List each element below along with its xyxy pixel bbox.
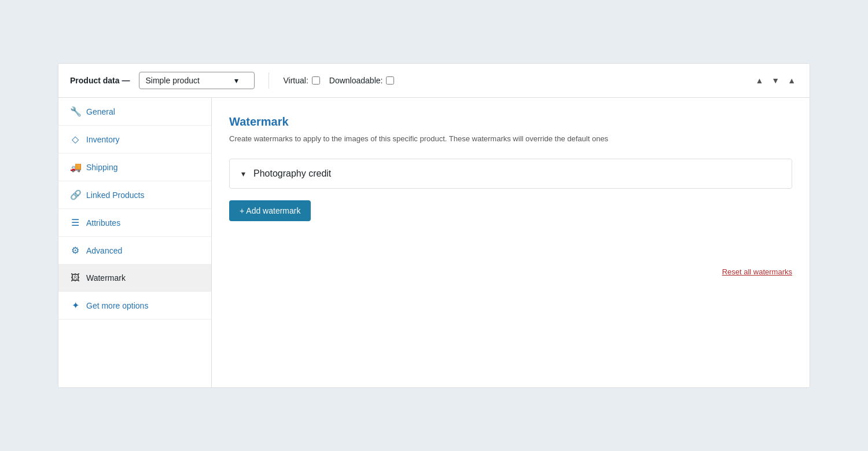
downloadable-checkbox-group: Downloadable: (329, 76, 395, 85)
downloadable-label: Downloadable: (329, 76, 383, 85)
accordion-chevron-icon: ▾ (241, 169, 245, 178)
sidebar-item-get-more-options[interactable]: ✦ Get more options (58, 292, 211, 320)
reset-all-watermarks-button[interactable]: Reset all watermarks (722, 267, 792, 276)
watermark-title: Watermark (229, 115, 792, 129)
collapse-up-button[interactable]: ▲ (753, 75, 766, 86)
sidebar-item-get-more-options-label: Get more options (86, 301, 148, 310)
sidebar-item-advanced[interactable]: ⚙ Advanced (58, 237, 211, 265)
product-data-header: Product data — Simple product ▾ Virtual:… (58, 64, 810, 98)
get-more-options-icon: ✦ (70, 300, 80, 311)
header-divider (269, 72, 269, 89)
product-type-select[interactable]: Simple product ▾ (139, 72, 255, 89)
product-data-label: Product data — (70, 76, 130, 85)
main-content: 🔧 General ◇ Inventory 🚚 Shipping 🔗 Linke… (58, 98, 810, 387)
product-type-value: Simple product (145, 76, 199, 85)
reset-section: Reset all watermarks (229, 256, 792, 276)
virtual-checkbox-group: Virtual: (283, 76, 319, 85)
select-chevron-icon: ▾ (234, 76, 238, 85)
photography-credit-accordion[interactable]: ▾ Photography credit (229, 159, 792, 189)
sidebar-item-general-label: General (86, 107, 115, 116)
shipping-icon: 🚚 (70, 162, 80, 173)
sidebar: 🔧 General ◇ Inventory 🚚 Shipping 🔗 Linke… (58, 98, 212, 387)
linked-products-icon: 🔗 (70, 189, 80, 200)
sidebar-item-watermark-label: Watermark (86, 273, 126, 283)
sidebar-item-inventory-label: Inventory (86, 135, 120, 144)
inventory-icon: ◇ (70, 134, 80, 145)
add-watermark-button[interactable]: + Add watermark (229, 200, 311, 221)
sidebar-item-attributes-label: Attributes (86, 218, 120, 228)
accordion-label: Photography credit (253, 168, 331, 179)
virtual-checkbox[interactable] (312, 76, 320, 85)
sidebar-item-linked-products[interactable]: 🔗 Linked Products (58, 181, 211, 209)
sidebar-item-inventory[interactable]: ◇ Inventory (58, 126, 211, 153)
collapse-down-button[interactable]: ▼ (769, 75, 782, 86)
attributes-icon: ☰ (70, 217, 80, 228)
sidebar-item-linked-products-label: Linked Products (86, 190, 144, 200)
advanced-icon: ⚙ (70, 245, 80, 256)
watermark-description: Create watermarks to apply to the images… (229, 133, 792, 145)
sidebar-item-shipping[interactable]: 🚚 Shipping (58, 153, 211, 181)
sidebar-item-advanced-label: Advanced (86, 246, 122, 255)
sidebar-item-general[interactable]: 🔧 General (58, 98, 211, 126)
accordion-header[interactable]: ▾ Photography credit (230, 159, 792, 188)
virtual-label: Virtual: (283, 76, 308, 85)
sidebar-item-shipping-label: Shipping (86, 163, 118, 172)
header-controls: ▲ ▼ ▲ (753, 75, 798, 86)
watermark-icon: 🖼 (70, 273, 80, 283)
general-icon: 🔧 (70, 106, 80, 117)
right-panel: Watermark Create watermarks to apply to … (212, 98, 810, 387)
expand-button[interactable]: ▲ (785, 75, 798, 86)
product-data-panel: Product data — Simple product ▾ Virtual:… (58, 63, 810, 388)
downloadable-checkbox[interactable] (386, 76, 394, 85)
sidebar-item-attributes[interactable]: ☰ Attributes (58, 209, 211, 237)
sidebar-item-watermark[interactable]: 🖼 Watermark (58, 265, 211, 292)
